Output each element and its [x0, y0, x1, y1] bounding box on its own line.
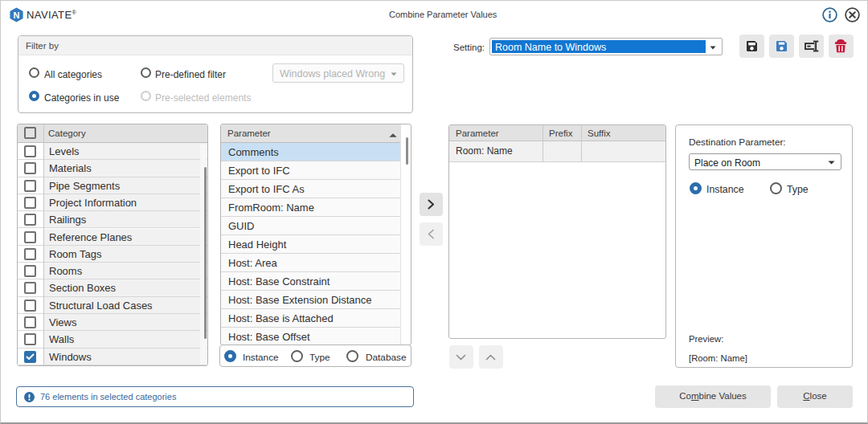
- svg-text:N: N: [14, 10, 20, 20]
